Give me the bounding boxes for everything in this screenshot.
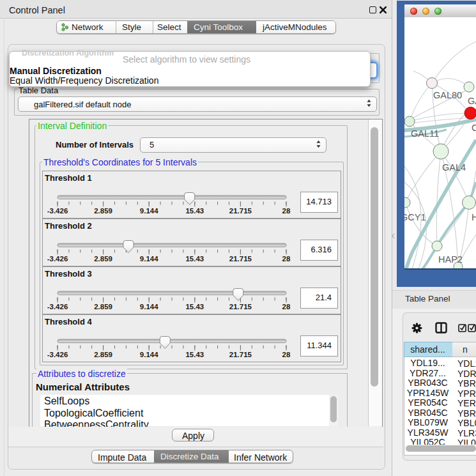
svg-text:GAL80: GAL80 [433, 90, 462, 100]
svg-text:GA: GA [468, 96, 476, 106]
svg-text:GAL11: GAL11 [411, 128, 439, 139]
svg-text:C: C [472, 123, 476, 133]
svg-text:GCY1: GCY1 [404, 212, 426, 222]
svg-text:GAL4: GAL4 [442, 162, 466, 173]
svg-text:H: H [472, 212, 476, 222]
svg-text:HAP2: HAP2 [438, 254, 463, 265]
